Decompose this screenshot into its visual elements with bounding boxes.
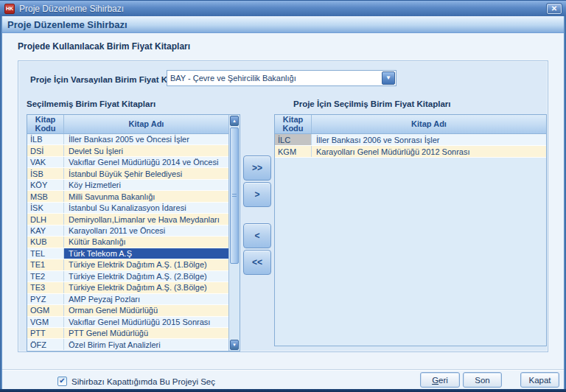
cell-book-name[interactable]: İstanbul Su Kanalizasyon İdaresi (64, 203, 228, 213)
table-row[interactable]: TE3Türkiye Elektrik Dağıtım A.Ş. (3.Bölg… (27, 282, 228, 293)
cell-book-code[interactable]: DLH (27, 214, 64, 224)
cell-book-code[interactable]: OGM (27, 305, 64, 315)
scrollbar-grip-icon (232, 194, 237, 197)
table-row[interactable]: DSİDevlet Su İşleri (27, 145, 228, 156)
table-row[interactable]: VGMVakıflar Genel Müdürlüğü 2015 Sonrası (27, 317, 228, 328)
combobox-dropdown-button[interactable]: ▼ (382, 71, 395, 85)
cell-book-code[interactable]: VAK (27, 157, 64, 167)
chevron-down-icon: ▼ (385, 75, 391, 81)
column-header-code[interactable]: Kitap Kodu (27, 115, 64, 133)
cell-book-name[interactable]: İstanbul Büyük Şehir Belediyesi (64, 168, 228, 178)
scroll-up-button[interactable]: ▲ (230, 116, 239, 126)
unselected-books-table[interactable]: Kitap KoduKitap Adı İLBİller Bankası 200… (27, 114, 240, 351)
cell-book-code[interactable]: İSK (27, 203, 64, 213)
close-icon: ✕ (551, 5, 557, 13)
table-row[interactable]: İSKİstanbul Su Kanalizasyon İdaresi (27, 203, 228, 214)
cell-book-code[interactable]: PYZ (27, 294, 64, 304)
move-all-left-button[interactable]: << (243, 250, 271, 275)
table-row[interactable]: İLBİller Bankası 2005 ve Öncesi İşler (27, 134, 228, 145)
cell-book-code[interactable]: MSB (27, 191, 64, 201)
cell-book-code[interactable]: TEL (27, 248, 64, 259)
column-header-name[interactable]: Kitap Adı (312, 115, 546, 133)
page-title: Proje Düzenleme Sihirbazı (7, 19, 127, 30)
unselected-list-title: Seçilmemiş Birim Fiyat Kitapları (27, 99, 156, 108)
cell-book-code[interactable]: İLC (275, 134, 312, 145)
table-row[interactable]: İSBİstanbul Büyük Şehir Belediyesi (27, 168, 228, 179)
table-row[interactable]: OGMOrman Genel Müdürlüğü (27, 305, 228, 316)
left-grid-scrollbar[interactable]: ▲ ▼ (228, 115, 240, 351)
cell-book-code[interactable]: PTT (27, 328, 64, 338)
table-content: Kitap KoduKitap Adı İLBİller Bankası 200… (27, 115, 228, 351)
table-row[interactable]: İLCİller Bankası 2006 ve Sonrası İşler (275, 134, 546, 146)
cell-book-code[interactable]: İLB (27, 134, 64, 144)
table-row[interactable]: KÖYKöy Hizmetleri (27, 180, 228, 191)
finish-button[interactable]: Son (463, 372, 502, 388)
move-all-right-button[interactable]: >> (243, 155, 271, 181)
app-icon: HK (4, 4, 15, 14)
cell-book-code[interactable]: KUB (27, 237, 64, 247)
table-row[interactable]: PYZAMP Peyzaj Pozları (27, 294, 228, 305)
cell-book-name[interactable]: PTT Genel Müdürlüğü (64, 328, 228, 338)
cell-book-name[interactable]: Orman Genel Müdürlüğü (64, 305, 228, 315)
table-row[interactable]: VAKVakıflar Genel Müdürlüğü 2014 ve Önce… (27, 157, 228, 168)
table-header-row: Kitap KoduKitap Adı (275, 115, 546, 134)
cell-book-name[interactable]: Özel Birim Fiyat Analizleri (64, 339, 228, 349)
table-row[interactable]: KGMKarayolları Genel Müdürlüğü 2012 Sonr… (275, 146, 546, 158)
table-row[interactable]: TE2Türkiye Elektrik Dağıtım A.Ş. (2.Bölg… (27, 271, 228, 282)
cell-book-name[interactable]: Türk Telekom A.Ş (64, 248, 228, 259)
table-row[interactable]: KUBKültür Bakanlığı (27, 237, 228, 248)
scrollbar-thumb[interactable] (230, 127, 239, 264)
table-row[interactable]: TELTürk Telekom A.Ş (27, 248, 228, 259)
cell-book-name[interactable]: Milli Savunma Bakanlığı (64, 191, 228, 201)
table-row[interactable]: ÖFZÖzel Birim Fiyat Analizleri (27, 339, 228, 350)
window-border-bottom (0, 389, 566, 392)
selected-books-table[interactable]: Kitap KoduKitap Adı İLCİller Bankası 200… (274, 114, 547, 346)
cell-book-name[interactable]: İller Bankası 2005 ve Öncesi İşler (64, 134, 228, 144)
cell-book-name[interactable]: Köy Hizmetleri (64, 180, 228, 190)
window-title: Proje Düzenleme Sihirbazı (19, 4, 124, 14)
column-header-code[interactable]: Kitap Kodu (275, 115, 312, 133)
default-book-label: Proje İçin Varsayılan Birim Fiyat Kitabı (30, 72, 185, 88)
cell-book-name[interactable]: Devlet Su İşleri (64, 145, 228, 155)
table-row[interactable]: PTTPTT Genel Müdürlüğü (27, 328, 228, 339)
cell-book-name[interactable]: Vakıflar Genel Müdürlüğü 2015 Sonrası (64, 317, 228, 327)
selected-list-title: Proje İçin Seçilmiş Birim Fiyat Kitaplar… (293, 99, 450, 108)
cell-book-code[interactable]: ÖFZ (27, 339, 64, 349)
scroll-down-button[interactable]: ▼ (230, 340, 239, 350)
cell-book-name[interactable]: Karayolları Genel Müdürlüğü 2012 Sonrası (312, 146, 546, 157)
cell-book-name[interactable]: Türkiye Elektrik Dağıtım A.Ş. (3.Bölge) (64, 282, 228, 293)
close-button[interactable]: Kapat (520, 372, 559, 388)
titlebar-close-button[interactable]: ✕ (546, 3, 562, 15)
cell-book-name[interactable]: İller Bankası 2006 ve Sonrası İşler (312, 134, 546, 145)
cell-book-name[interactable]: AMP Peyzaj Pozları (64, 294, 228, 304)
cell-book-code[interactable]: KGM (275, 146, 312, 157)
cell-book-name[interactable]: Kültür Bakanlığı (64, 237, 228, 247)
cell-book-name[interactable]: Karayolları 2011 ve Öncesi (64, 225, 228, 236)
table-header-row: Kitap KoduKitap Adı (27, 115, 228, 134)
back-button[interactable]: Geri (420, 372, 460, 388)
cell-book-name[interactable]: Türkiye Elektrik Dağıtım A.Ş. (2.Bölge) (64, 271, 228, 281)
combobox-value: BAY - Çevre ve Şehircilik Bakanlığı (170, 71, 380, 85)
wizard-header: Proje Düzenleme Sihirbazı (1, 16, 565, 33)
cell-book-code[interactable]: DSİ (27, 145, 64, 155)
cell-book-code[interactable]: KÖY (27, 180, 64, 190)
cell-book-name[interactable]: Türkiye Elektrik Dağıtım A.Ş. (1.Bölge) (64, 259, 228, 270)
table-row[interactable]: TE1Türkiye Elektrik Dağıtım A.Ş. (1.Bölg… (27, 259, 228, 270)
table-row[interactable]: MSBMilli Savunma Bakanlığı (27, 191, 228, 202)
default-book-combobox[interactable]: BAY - Çevre ve Şehircilik Bakanlığı ▼ (167, 70, 396, 86)
move-left-button[interactable]: < (243, 223, 271, 248)
cell-book-code[interactable]: TE1 (27, 259, 64, 270)
cell-book-code[interactable]: İSB (27, 168, 64, 178)
scroll-up-icon: ▲ (232, 119, 237, 123)
table-row[interactable]: KAYKarayolları 2011 ve Öncesi (27, 225, 228, 237)
cell-book-code[interactable]: KAY (27, 225, 64, 236)
move-right-button[interactable]: > (243, 182, 271, 207)
column-header-name[interactable]: Kitap Adı (64, 115, 228, 133)
cell-book-name[interactable]: Demiryolları,Limanlar ve Hava Meydanları (64, 214, 228, 224)
table-row[interactable]: DLHDemiryolları,Limanlar ve Hava Meydanl… (27, 214, 228, 225)
cell-book-code[interactable]: TE2 (27, 271, 64, 281)
cell-book-code[interactable]: VGM (27, 317, 64, 327)
select-project-checkbox[interactable]: ✔ (57, 377, 67, 386)
cell-book-code[interactable]: TE3 (27, 282, 64, 293)
cell-book-name[interactable]: Vakıflar Genel Müdürlüğü 2014 ve Öncesi (64, 157, 228, 167)
